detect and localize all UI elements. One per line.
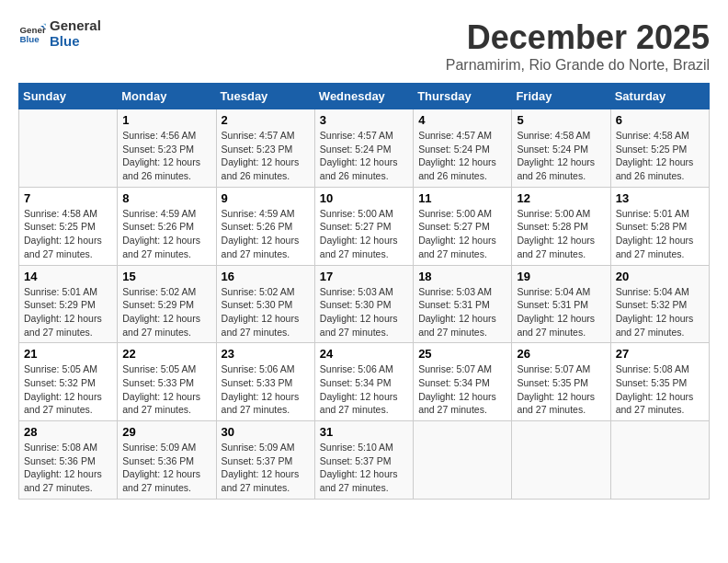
day-info: Sunrise: 5:00 AM Sunset: 5:28 PM Dayligh… xyxy=(517,207,605,261)
calendar-header: SundayMondayTuesdayWednesdayThursdayFrid… xyxy=(19,84,710,109)
calendar-cell: 14Sunrise: 5:01 AM Sunset: 5:29 PM Dayli… xyxy=(19,265,118,343)
calendar-cell: 28Sunrise: 5:08 AM Sunset: 5:36 PM Dayli… xyxy=(19,421,118,500)
calendar-cell: 27Sunrise: 5:08 AM Sunset: 5:35 PM Dayli… xyxy=(610,343,709,421)
day-info: Sunrise: 5:01 AM Sunset: 5:28 PM Dayligh… xyxy=(616,207,704,261)
header-sunday: Sunday xyxy=(19,84,118,109)
day-info: Sunrise: 4:59 AM Sunset: 5:26 PM Dayligh… xyxy=(122,207,210,261)
calendar-cell: 21Sunrise: 5:05 AM Sunset: 5:32 PM Dayli… xyxy=(19,343,118,421)
day-number: 28 xyxy=(24,425,112,439)
day-info: Sunrise: 4:57 AM Sunset: 5:24 PM Dayligh… xyxy=(418,129,506,183)
day-number: 1 xyxy=(122,113,210,127)
calendar-cell: 11Sunrise: 5:00 AM Sunset: 5:27 PM Dayli… xyxy=(414,187,512,265)
calendar-cell xyxy=(610,421,709,500)
week-row-1: 7Sunrise: 4:58 AM Sunset: 5:25 PM Daylig… xyxy=(19,187,710,265)
calendar-cell: 6Sunrise: 4:58 AM Sunset: 5:25 PM Daylig… xyxy=(610,109,709,188)
day-info: Sunrise: 4:59 AM Sunset: 5:26 PM Dayligh… xyxy=(222,207,310,261)
day-number: 11 xyxy=(418,191,506,205)
day-number: 13 xyxy=(616,191,704,205)
week-row-4: 28Sunrise: 5:08 AM Sunset: 5:36 PM Dayli… xyxy=(19,421,710,500)
week-row-3: 21Sunrise: 5:05 AM Sunset: 5:32 PM Dayli… xyxy=(19,343,710,421)
day-number: 31 xyxy=(320,425,408,439)
day-number: 16 xyxy=(222,270,310,283)
day-info: Sunrise: 5:09 AM Sunset: 5:37 PM Dayligh… xyxy=(222,441,310,495)
day-number: 7 xyxy=(24,191,112,205)
day-info: Sunrise: 5:02 AM Sunset: 5:29 PM Dayligh… xyxy=(122,285,210,339)
day-number: 18 xyxy=(418,270,506,283)
day-number: 20 xyxy=(616,270,704,283)
calendar-cell: 2Sunrise: 4:57 AM Sunset: 5:23 PM Daylig… xyxy=(216,109,314,188)
header-monday: Monday xyxy=(118,84,216,109)
calendar-cell: 13Sunrise: 5:01 AM Sunset: 5:28 PM Dayli… xyxy=(610,187,709,265)
day-number: 14 xyxy=(24,270,112,283)
logo-text-line2: Blue xyxy=(50,34,101,50)
day-info: Sunrise: 4:56 AM Sunset: 5:23 PM Dayligh… xyxy=(122,129,210,183)
day-info: Sunrise: 5:07 AM Sunset: 5:35 PM Dayligh… xyxy=(517,362,605,417)
calendar-cell: 31Sunrise: 5:10 AM Sunset: 5:37 PM Dayli… xyxy=(314,421,413,500)
logo-icon: General Blue xyxy=(18,20,46,48)
calendar-cell: 24Sunrise: 5:06 AM Sunset: 5:34 PM Dayli… xyxy=(314,343,413,421)
day-info: Sunrise: 5:05 AM Sunset: 5:33 PM Dayligh… xyxy=(122,362,210,417)
calendar-cell: 22Sunrise: 5:05 AM Sunset: 5:33 PM Dayli… xyxy=(118,343,216,421)
header-thursday: Thursday xyxy=(414,84,512,109)
day-info: Sunrise: 5:02 AM Sunset: 5:30 PM Dayligh… xyxy=(222,285,310,339)
day-info: Sunrise: 4:57 AM Sunset: 5:24 PM Dayligh… xyxy=(320,129,408,183)
day-number: 19 xyxy=(517,270,605,283)
calendar-cell: 16Sunrise: 5:02 AM Sunset: 5:30 PM Dayli… xyxy=(216,265,314,343)
calendar-cell: 10Sunrise: 5:00 AM Sunset: 5:27 PM Dayli… xyxy=(314,187,413,265)
calendar-cell: 9Sunrise: 4:59 AM Sunset: 5:26 PM Daylig… xyxy=(216,187,314,265)
calendar-cell: 4Sunrise: 4:57 AM Sunset: 5:24 PM Daylig… xyxy=(414,109,512,188)
day-info: Sunrise: 5:03 AM Sunset: 5:31 PM Dayligh… xyxy=(418,285,506,339)
day-number: 5 xyxy=(517,113,605,127)
day-number: 21 xyxy=(24,347,112,361)
day-number: 29 xyxy=(122,425,210,439)
day-info: Sunrise: 5:03 AM Sunset: 5:30 PM Dayligh… xyxy=(320,285,408,339)
day-number: 27 xyxy=(616,347,704,361)
day-info: Sunrise: 5:10 AM Sunset: 5:37 PM Dayligh… xyxy=(320,441,408,495)
calendar-cell: 15Sunrise: 5:02 AM Sunset: 5:29 PM Dayli… xyxy=(118,265,216,343)
calendar-cell: 23Sunrise: 5:06 AM Sunset: 5:33 PM Dayli… xyxy=(216,343,314,421)
day-info: Sunrise: 5:01 AM Sunset: 5:29 PM Dayligh… xyxy=(24,285,112,339)
day-info: Sunrise: 4:58 AM Sunset: 5:25 PM Dayligh… xyxy=(24,207,112,261)
day-info: Sunrise: 5:08 AM Sunset: 5:35 PM Dayligh… xyxy=(616,362,704,417)
page-header: General Blue General Blue December 2025 … xyxy=(18,18,710,74)
day-info: Sunrise: 5:00 AM Sunset: 5:27 PM Dayligh… xyxy=(418,207,506,261)
day-info: Sunrise: 5:06 AM Sunset: 5:33 PM Dayligh… xyxy=(222,362,310,417)
calendar-cell: 26Sunrise: 5:07 AM Sunset: 5:35 PM Dayli… xyxy=(512,343,610,421)
day-number: 3 xyxy=(320,113,408,127)
day-number: 22 xyxy=(122,347,210,361)
header-friday: Friday xyxy=(512,84,610,109)
day-info: Sunrise: 5:04 AM Sunset: 5:32 PM Dayligh… xyxy=(616,285,704,339)
day-info: Sunrise: 4:57 AM Sunset: 5:23 PM Dayligh… xyxy=(222,129,310,183)
calendar-cell: 3Sunrise: 4:57 AM Sunset: 5:24 PM Daylig… xyxy=(314,109,413,188)
calendar-cell: 7Sunrise: 4:58 AM Sunset: 5:25 PM Daylig… xyxy=(19,187,118,265)
calendar-cell: 1Sunrise: 4:56 AM Sunset: 5:23 PM Daylig… xyxy=(118,109,216,188)
day-info: Sunrise: 5:05 AM Sunset: 5:32 PM Dayligh… xyxy=(24,362,112,417)
day-number: 8 xyxy=(122,191,210,205)
day-number: 23 xyxy=(222,347,310,361)
calendar-cell xyxy=(512,421,610,500)
calendar-cell: 8Sunrise: 4:59 AM Sunset: 5:26 PM Daylig… xyxy=(118,187,216,265)
week-row-2: 14Sunrise: 5:01 AM Sunset: 5:29 PM Dayli… xyxy=(19,265,710,343)
day-info: Sunrise: 5:08 AM Sunset: 5:36 PM Dayligh… xyxy=(24,441,112,495)
day-info: Sunrise: 5:09 AM Sunset: 5:36 PM Dayligh… xyxy=(122,441,210,495)
day-info: Sunrise: 4:58 AM Sunset: 5:25 PM Dayligh… xyxy=(616,129,704,183)
day-number: 12 xyxy=(517,191,605,205)
day-number: 9 xyxy=(222,191,310,205)
calendar-cell: 5Sunrise: 4:58 AM Sunset: 5:24 PM Daylig… xyxy=(512,109,610,188)
day-info: Sunrise: 5:06 AM Sunset: 5:34 PM Dayligh… xyxy=(320,362,408,417)
day-info: Sunrise: 5:00 AM Sunset: 5:27 PM Dayligh… xyxy=(320,207,408,261)
calendar-cell: 30Sunrise: 5:09 AM Sunset: 5:37 PM Dayli… xyxy=(216,421,314,500)
day-info: Sunrise: 5:07 AM Sunset: 5:34 PM Dayligh… xyxy=(418,362,506,417)
week-row-0: 1Sunrise: 4:56 AM Sunset: 5:23 PM Daylig… xyxy=(19,109,710,188)
calendar-cell xyxy=(414,421,512,500)
header-row: SundayMondayTuesdayWednesdayThursdayFrid… xyxy=(19,84,710,109)
day-number: 15 xyxy=(122,270,210,283)
calendar-cell xyxy=(19,109,118,188)
calendar-cell: 17Sunrise: 5:03 AM Sunset: 5:30 PM Dayli… xyxy=(314,265,413,343)
svg-text:Blue: Blue xyxy=(20,34,40,44)
calendar-cell: 25Sunrise: 5:07 AM Sunset: 5:34 PM Dayli… xyxy=(414,343,512,421)
calendar-body: 1Sunrise: 4:56 AM Sunset: 5:23 PM Daylig… xyxy=(19,109,710,500)
title-section: December 2025 Parnamirim, Rio Grande do … xyxy=(446,18,710,74)
day-number: 17 xyxy=(320,270,408,283)
calendar-cell: 12Sunrise: 5:00 AM Sunset: 5:28 PM Dayli… xyxy=(512,187,610,265)
